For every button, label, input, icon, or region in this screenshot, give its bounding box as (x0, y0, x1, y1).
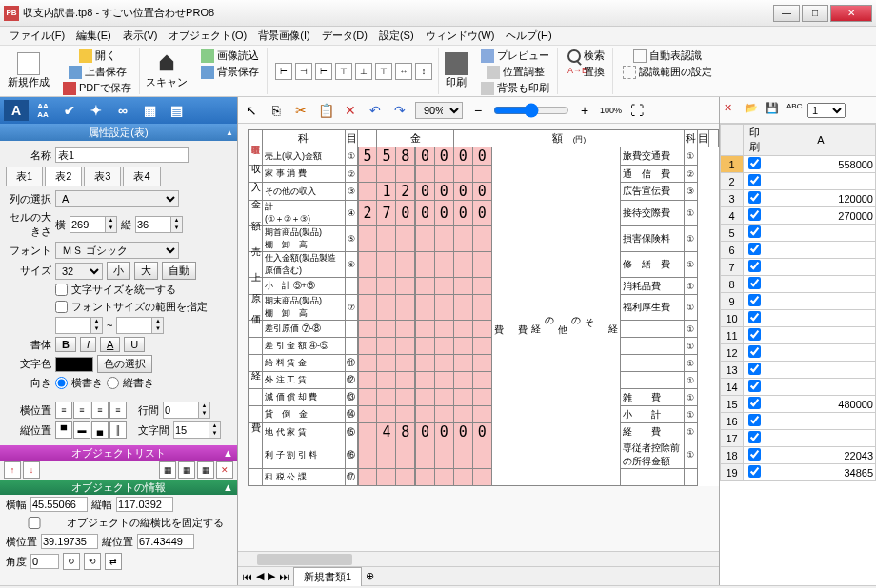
print-checkbox[interactable] (748, 208, 761, 221)
col-print[interactable]: 印刷 (744, 125, 766, 156)
align-center-h[interactable]: ⊣ (295, 63, 312, 80)
zoomin-icon[interactable]: + (575, 101, 594, 120)
pdf-button[interactable]: PDFで保存 (61, 80, 133, 96)
objlist-c[interactable]: ▦ (197, 461, 214, 479)
small-button[interactable]: 小 (107, 262, 130, 280)
stamp-tool-icon[interactable]: ✦ (84, 100, 109, 121)
check-tool-icon[interactable]: ✔ (57, 100, 82, 121)
amount-cell[interactable]: 0 (472, 423, 491, 441)
amount-cell[interactable] (377, 355, 396, 372)
amount-cell[interactable] (396, 355, 415, 372)
amount-cell[interactable] (415, 295, 434, 321)
data-cell[interactable] (766, 327, 876, 344)
row-header[interactable]: 10 (721, 310, 744, 327)
amount-cell[interactable] (396, 166, 415, 183)
amount-cell[interactable] (377, 166, 396, 183)
amount-cell[interactable] (396, 321, 415, 338)
row-header[interactable]: 19 (721, 464, 744, 481)
unify-checkbox[interactable] (55, 284, 68, 296)
print-checkbox[interactable] (748, 363, 761, 375)
delete-icon[interactable]: ✕ (341, 101, 360, 120)
fontfix-checkbox[interactable] (55, 301, 68, 313)
amount-cell[interactable] (415, 372, 434, 389)
amount-cell[interactable] (377, 469, 396, 486)
zoomout-icon[interactable]: − (468, 101, 488, 120)
tab-nav-first[interactable]: ⏮ (242, 571, 252, 582)
valign-t[interactable]: ▀ (55, 421, 72, 439)
amount-cell[interactable] (453, 372, 472, 389)
amount-cell[interactable] (358, 406, 377, 423)
amount-cell[interactable] (358, 295, 377, 321)
print-checkbox[interactable] (748, 345, 761, 358)
menu-data[interactable]: データ(D) (316, 27, 373, 45)
posadj-button[interactable]: 位置調整 (485, 64, 547, 80)
valign-m[interactable]: ▬ (73, 421, 90, 439)
data-save-icon[interactable]: 💾 (766, 102, 783, 119)
row-header[interactable]: 11 (721, 327, 744, 344)
colorpick-button[interactable]: 色の選択 (97, 355, 152, 373)
amount-cell[interactable] (472, 166, 491, 183)
menu-view[interactable]: 表示(V) (117, 27, 164, 45)
amount-cell[interactable] (434, 441, 453, 469)
row-header[interactable]: 6 (721, 242, 744, 259)
data-cell[interactable] (766, 344, 876, 362)
halign-l[interactable]: ≡ (55, 402, 72, 419)
amount-cell[interactable]: 0 (415, 147, 434, 166)
halign-c[interactable]: ≡ (73, 402, 90, 419)
print-checkbox[interactable] (748, 277, 761, 289)
amount-cell[interactable]: 0 (472, 147, 491, 166)
tab-3[interactable]: 表3 (84, 167, 121, 186)
amount-cell[interactable]: 0 (415, 423, 434, 441)
text-tool-icon[interactable]: A (4, 100, 29, 121)
tab-2[interactable]: 表2 (45, 167, 82, 186)
amount-cell[interactable]: 0 (453, 201, 472, 226)
amount-cell[interactable] (434, 278, 453, 295)
row-header[interactable]: 16 (721, 413, 744, 430)
amount-cell[interactable] (396, 226, 415, 252)
amount-cell[interactable] (434, 338, 453, 355)
amount-cell[interactable]: 0 (472, 183, 491, 201)
amount-cell[interactable] (434, 372, 453, 389)
amount-cell[interactable] (415, 321, 434, 338)
amount-cell[interactable]: 8 (396, 423, 415, 441)
print-checkbox[interactable] (748, 294, 761, 306)
amount-cell[interactable] (358, 372, 377, 389)
amount-cell[interactable] (453, 252, 472, 278)
print-checkbox[interactable] (748, 311, 761, 323)
objlist-header[interactable]: オブジェクトリスト▲ (0, 445, 237, 461)
underline-button[interactable]: A (100, 337, 120, 352)
objlist-b[interactable]: ▦ (178, 461, 195, 479)
row-header[interactable]: 4 (721, 207, 744, 225)
align-bottom[interactable]: ⊤ (375, 63, 392, 80)
data-cell[interactable] (766, 310, 876, 327)
amount-cell[interactable] (358, 338, 377, 355)
amount-cell[interactable]: 0 (434, 201, 453, 226)
amount-cell[interactable] (358, 469, 377, 486)
amount-cell[interactable]: 7 (377, 201, 396, 226)
print-checkbox[interactable] (748, 260, 761, 272)
tab-1[interactable]: 表1 (6, 167, 43, 186)
zoom-select[interactable]: 90% (415, 102, 463, 119)
doc-tab-1[interactable]: 新規書類1 (293, 567, 362, 586)
print-checkbox[interactable] (748, 174, 761, 186)
amount-cell[interactable] (377, 372, 396, 389)
lockratio-checkbox[interactable] (6, 517, 63, 529)
amount-cell[interactable] (377, 389, 396, 406)
amount-cell[interactable] (396, 278, 415, 295)
print-checkbox[interactable] (748, 157, 761, 169)
data-page-select[interactable]: 1 (807, 103, 846, 118)
amount-cell[interactable] (434, 355, 453, 372)
halign-r[interactable]: ≡ (91, 402, 109, 419)
amount-cell[interactable] (453, 441, 472, 469)
amount-cell[interactable] (472, 441, 491, 469)
data-cell[interactable] (766, 362, 876, 379)
amount-cell[interactable] (377, 441, 396, 469)
valign-j[interactable]: ║ (110, 421, 127, 439)
amount-cell[interactable]: 4 (377, 423, 396, 441)
amount-cell[interactable]: 0 (453, 423, 472, 441)
data-cell[interactable] (766, 413, 876, 430)
chargap-spinner[interactable]: ▲▼ (173, 421, 221, 439)
tab-4[interactable]: 表4 (123, 167, 160, 186)
amount-cell[interactable] (453, 338, 472, 355)
print-checkbox[interactable] (748, 448, 761, 461)
